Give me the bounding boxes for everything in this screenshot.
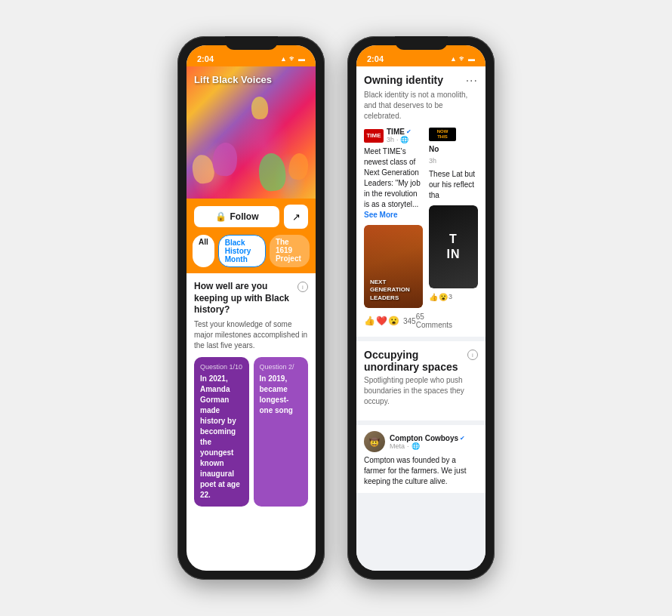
tabs-row: All Black History Month The 1619 Project [186,235,316,273]
figure-5 [251,96,269,119]
nowthis-logo: NOW THIS [429,128,456,141]
notch-2 [395,36,448,50]
owning-identity-section: Owning identity ··· Black identity is no… [356,66,486,337]
tab-all[interactable]: All [193,235,214,267]
quiz-card-1-text: In 2021, Amanda Gorman made history by b… [200,374,243,500]
time-post-time: 3h [387,136,394,143]
quiz-card-1[interactable]: Question 1/10 In 2021, Amanda Gorman mad… [194,357,249,507]
phone1-content: Lift Black Voices 🔒 Follow ↗ All Black H… [186,66,316,571]
follow-area: 🔒 Follow ↗ [186,199,316,235]
hero-area: Lift Black Voices [186,66,316,199]
quiz-description: Test your knowledge of some major milest… [194,319,308,351]
time-2: 2:04 [367,54,384,63]
hero-title: Lift Black Voices [194,74,272,85]
like-icon: 👍 [364,316,375,326]
follow-label: Follow [230,211,259,222]
share-icon: ↗ [292,211,301,223]
occupying-section: Occupying unordinary spaces i Spotlighti… [356,341,486,420]
quiz-header: How well are you keeping up with Black h… [194,281,308,316]
quiz-title: How well are you keeping up with Black h… [194,281,294,316]
signal-icon: ▲ [280,55,287,63]
tab-1619-project[interactable]: The 1619 Project [270,235,310,267]
signal-icon-2: ▲ [450,55,457,63]
lock-icon: 🔒 [215,211,227,222]
quiz-info-icon[interactable]: i [297,282,308,292]
cowboy-name-row-inner: Compton Cowboys ✔ [390,434,465,442]
section2-title: Occupying unordinary spaces [364,349,464,373]
cowboy-avatar: 🤠 [364,431,385,452]
nowthis-post: NOW THIS No 3h These Lat but our his ref… [429,128,478,329]
reaction-icons: 👍 ❤️ 😮 [364,316,399,326]
phone-2-screen: 2:04 ▲ ᯤ ▬ Owning identity ··· Black ide… [356,45,486,571]
nowthis-post-image: TIN [429,205,478,288]
news-row: TIME TIME ✔ 3h · 🌐 [364,128,478,329]
see-more-link[interactable]: See More [364,211,397,219]
cowboy-source-row: 🤠 Compton Cowboys ✔ Meta · 🌐 [364,431,478,452]
nowthis-like-icon: 👍 [429,293,438,301]
nowthis-time: 3h [429,156,478,166]
cowboy-avatar-emoji: 🤠 [369,437,380,447]
nowthis-count: 3 [449,293,452,300]
cowboy-name: Compton Cowboys [390,434,458,442]
follow-button[interactable]: 🔒 Follow [194,206,279,227]
cowboy-name-info: Compton Cowboys ✔ Meta · 🌐 [390,434,465,450]
section1-header: Owning identity ··· [364,74,478,88]
section2-info-icon[interactable]: i [467,350,478,360]
status-icons-2: ▲ ᯤ ▬ [450,55,475,63]
nowthis-reaction-group: 👍 😮 3 [429,293,452,301]
cowboy-privacy-icon: 🌐 [412,442,420,450]
nowthis-source-row: NOW THIS [429,128,478,141]
time-post-image-bg: NEXT GENERATION LEADERS [364,225,423,308]
phone-1-screen: 2:04 ▲ ᯤ ▬ Lift Black Voices [186,45,316,571]
quiz-cards: Question 1/10 In 2021, Amanda Gorman mad… [194,357,308,507]
time-privacy-icon: · 🌐 [396,136,408,143]
time-source-info: TIME ✔ 3h · 🌐 [387,128,412,143]
phone-2: 2:04 ▲ ᯤ ▬ Owning identity ··· Black ide… [347,36,495,580]
time-1: 2:04 [197,54,214,63]
time-verified-icon: ✔ [406,128,412,135]
battery-icon-2: ▬ [468,55,475,63]
status-icons-1: ▲ ᯤ ▬ [280,55,305,63]
time-post: TIME TIME ✔ 3h · 🌐 [364,128,423,329]
tab-black-history-month[interactable]: Black History Month [218,235,266,267]
cowboy-verified-icon: ✔ [460,435,465,442]
cowboy-dot: · [407,442,409,450]
cowboy-platform: Meta [390,442,405,450]
cowboy-meta: Meta · 🌐 [390,442,465,450]
time-source-row: TIME TIME ✔ 3h · 🌐 [364,128,423,143]
time-post-image: NEXT GENERATION LEADERS [364,225,423,308]
phone-1: 2:04 ▲ ᯤ ▬ Lift Black Voices [177,36,325,580]
nowthis-post-text: These Lat but our his reflect tha [429,169,478,201]
wifi-icon: ᯤ [289,55,296,63]
reaction-count: 345 [403,317,416,325]
quiz-section: How well are you keeping up with Black h… [186,273,316,514]
quiz-card-2-number: Question 2/ [260,363,303,371]
phone2-content: Owning identity ··· Black identity is no… [356,66,486,571]
nowthis-overlay-text: TIN [447,232,461,260]
quiz-card-2[interactable]: Question 2/ In 2019, became longest- one… [254,357,309,507]
section1-more-button[interactable]: ··· [466,74,478,88]
wow-icon: 😮 [388,316,399,326]
cowboy-post: 🤠 Compton Cowboys ✔ Meta · 🌐 [356,425,486,493]
section2-header: Occupying unordinary spaces i [364,349,478,373]
post-image-overlay-text: NEXT GENERATION LEADERS [370,279,410,302]
time-logo: TIME [364,129,384,143]
time-post-reactions: 👍 ❤️ 😮 345 65 Comments [364,313,423,329]
section2-description: Spotlighting people who push boundaries … [364,375,478,407]
reaction-group: 👍 ❤️ 😮 345 [364,316,416,326]
section1-description: Black identity is not a monolith, and th… [364,90,478,122]
share-button[interactable]: ↗ [284,205,308,229]
wifi-icon-2: ᯤ [459,55,466,63]
nowthis-source-name: No [429,144,478,155]
quiz-card-1-number: Question 1/10 [200,363,243,371]
heart-icon: ❤️ [376,316,387,326]
quiz-card-2-text: In 2019, became longest- one song [260,374,303,416]
time-post-text: Meet TIME's newest class of Next Generat… [364,146,423,220]
cowboy-post-text: Compton was founded by a farmer for the … [364,455,478,487]
notch-1 [225,36,278,50]
battery-icon: ▬ [298,55,305,63]
nowthis-wow-icon: 😮 [439,293,448,301]
time-source-name: TIME [387,128,405,136]
section1-title: Owning identity [364,74,443,86]
nowthis-image-bg: TIN [429,205,478,288]
